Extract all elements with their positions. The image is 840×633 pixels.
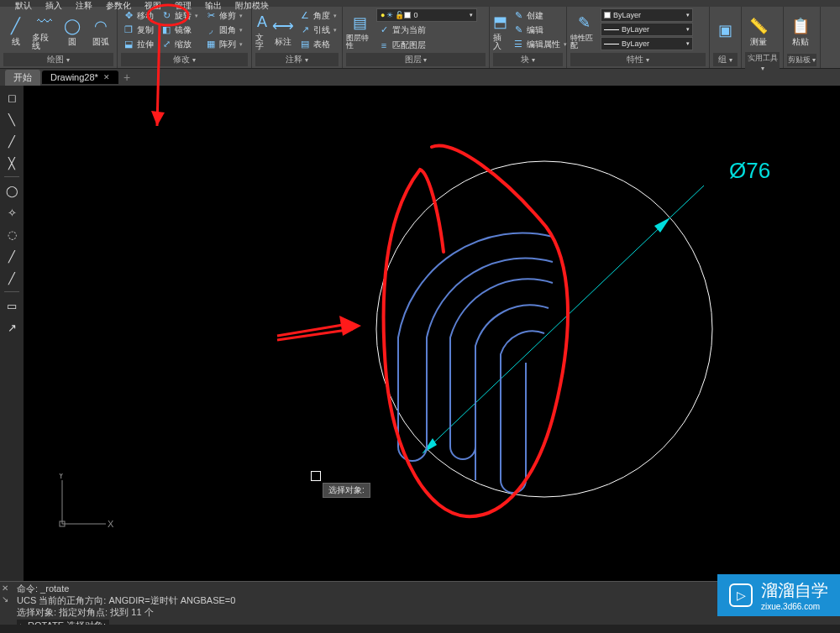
tb-icon[interactable]: ╲ xyxy=(3,111,20,128)
arc-button[interactable]: ◠圆弧 xyxy=(88,8,113,52)
polyline-icon: 〰 xyxy=(37,10,52,34)
panel-group-title[interactable]: 组 xyxy=(713,53,738,66)
tb-icon[interactable]: ◌ xyxy=(3,226,20,243)
line-button[interactable]: ╱线 xyxy=(3,8,29,52)
tb-icon[interactable]: ╱ xyxy=(3,248,20,264)
play-icon: ▷ xyxy=(729,583,753,607)
create-block-button[interactable]: ✎创建 xyxy=(511,8,569,23)
stretch-button[interactable]: ⬓拉伸 xyxy=(121,37,155,51)
mirror-icon: ◧ xyxy=(160,24,172,36)
tb-icon[interactable]: ◻ xyxy=(3,89,20,106)
create-icon: ✎ xyxy=(512,10,524,22)
match-layer-button[interactable]: ≡匹配图层 xyxy=(376,38,477,52)
tb-icon[interactable]: ╳ xyxy=(3,154,20,171)
tab-current-drawing[interactable]: Drawing28*✕ xyxy=(42,71,118,84)
tb-icon[interactable]: ╱ xyxy=(3,269,20,286)
tb-icon[interactable]: ▭ xyxy=(3,297,20,314)
insert-icon: ⬒ xyxy=(493,10,507,34)
drawing-canvas[interactable]: Ø76 Y X xyxy=(24,86,840,584)
panel-clipboard: 📋粘贴 剪贴板 xyxy=(784,7,821,68)
new-tab-button[interactable]: + xyxy=(123,71,130,84)
svg-line-2 xyxy=(670,186,704,217)
panel-props-title[interactable]: 特性 xyxy=(570,53,706,66)
command-line[interactable]: ✕↘ 命令: _rotate UCS 当前的正角方向: ANGDIR=逆时针 A… xyxy=(0,581,840,625)
rotate-button[interactable]: ↻旋转▾ xyxy=(159,8,200,23)
panel-annot-title[interactable]: 注释 xyxy=(255,53,339,66)
chevron-down-icon: ▾ xyxy=(686,12,690,18)
measure-button[interactable]: 📏测量 xyxy=(745,8,772,52)
tab-annotate[interactable]: 注释 xyxy=(69,0,99,7)
tab-insert[interactable]: 插入 xyxy=(39,0,69,7)
group-button[interactable]: ▣ xyxy=(713,8,738,52)
tb-icon[interactable]: ╱ xyxy=(3,133,20,149)
tab-default[interactable]: 默认 xyxy=(8,0,39,7)
move-button[interactable]: ✥移动 xyxy=(121,8,155,23)
cursor-pickbox xyxy=(311,471,321,481)
array-button[interactable]: ▦阵列▾ xyxy=(203,37,244,51)
tab-addons[interactable]: 附加模块 xyxy=(228,0,276,7)
dim-button[interactable]: ⟷标注 xyxy=(272,8,294,52)
panel-modify-title[interactable]: 修改 xyxy=(121,53,248,66)
edit-attr-button[interactable]: ☰编辑属性▾ xyxy=(511,37,569,51)
angle-button[interactable]: ∠角度▾ xyxy=(297,8,339,23)
file-tab-bar: 开始 Drawing28*✕ + xyxy=(0,69,840,86)
cmd-icons[interactable]: ✕↘ xyxy=(2,583,8,604)
layer-props-button[interactable]: ▤图层特性 xyxy=(346,8,373,52)
move-icon: ✥ xyxy=(123,10,134,22)
lineweight-dropdown[interactable]: ByLayer▾ xyxy=(601,23,693,36)
lw-icon xyxy=(604,29,619,30)
tab-manage[interactable]: 管理 xyxy=(168,0,198,7)
line-icon: ╱ xyxy=(11,14,20,38)
layer-dropdown[interactable]: ● ☀ 🔓 0 ▾ xyxy=(376,8,477,22)
color-dropdown[interactable]: ByLayer▾ xyxy=(601,8,693,22)
match-props-button[interactable]: ✎特性匹配 xyxy=(570,8,597,52)
leader-button[interactable]: ↗引线▾ xyxy=(297,23,339,37)
chevron-down-icon: ▾ xyxy=(470,12,473,18)
tb-icon[interactable]: ✧ xyxy=(3,204,20,221)
mirror-button[interactable]: ◧镜像 xyxy=(159,23,200,37)
panel-modify: ✥移动 ❐复制 ⬓拉伸 ↻旋转▾ ◧镜像 ⤢缩放 ✂修剪▾ ◞圆角▾ ▦阵列▾ … xyxy=(118,7,252,68)
leader-icon: ↗ xyxy=(299,24,311,36)
lock-icon: 🔓 xyxy=(395,11,404,19)
sun-icon: ☀ xyxy=(386,11,393,19)
tab-view[interactable]: 视图 xyxy=(138,0,168,7)
ribbon-tab-strip[interactable]: 默认 插入 注释 参数化 视图 管理 输出 附加模块 xyxy=(0,0,840,7)
attr-icon: ☰ xyxy=(512,39,524,50)
set-current-button[interactable]: ✓置为当前 xyxy=(376,23,477,37)
match-props-icon: ✎ xyxy=(578,11,591,34)
fillet-button[interactable]: ◞圆角▾ xyxy=(203,23,244,37)
drawing-svg: Ø76 xyxy=(24,86,840,584)
close-icon[interactable]: ✕ xyxy=(103,73,110,81)
text-button[interactable]: A文字 xyxy=(255,8,269,52)
scale-button[interactable]: ⤢缩放 xyxy=(159,37,200,51)
panel-block-title[interactable]: 块 xyxy=(493,53,563,66)
cmd-history-line: 命令: _rotate xyxy=(17,583,823,595)
tab-start[interactable]: 开始 xyxy=(5,70,40,86)
table-button[interactable]: ▤表格 xyxy=(297,37,339,51)
panel-util-title[interactable]: 实用工具 xyxy=(745,52,780,73)
tab-parametric[interactable]: 参数化 xyxy=(99,0,138,7)
status-bar[interactable] xyxy=(0,625,840,633)
tab-output[interactable]: 输出 xyxy=(198,0,228,7)
copy-button[interactable]: ❐复制 xyxy=(121,23,155,37)
insert-block-button[interactable]: ⬒插入 xyxy=(493,8,507,52)
color-swatch xyxy=(604,12,611,18)
panel-layer: ▤图层特性 ● ☀ 🔓 0 ▾ ✓置为当前 ≡匹配图层 图层 xyxy=(343,7,490,68)
panel-layer-title[interactable]: 图层 xyxy=(346,53,486,66)
dim-icon: ⟷ xyxy=(272,14,294,38)
panel-draw-title[interactable]: 绘图 xyxy=(3,53,113,66)
trim-button[interactable]: ✂修剪▾ xyxy=(203,8,244,23)
linetype-dropdown[interactable]: ByLayer▾ xyxy=(601,37,693,50)
svg-text:X: X xyxy=(108,519,114,529)
measure-icon: 📏 xyxy=(749,14,768,38)
tb-icon[interactable]: ◯ xyxy=(3,182,20,199)
edit-block-button[interactable]: ✎编辑 xyxy=(511,23,569,37)
chevron-down-icon: ▾ xyxy=(686,26,690,33)
arc-icon: ◠ xyxy=(94,14,108,38)
panel-utilities: 📏测量 实用工具 xyxy=(742,7,784,68)
paste-button[interactable]: 📋粘贴 xyxy=(787,8,814,52)
tb-icon[interactable]: ↗ xyxy=(3,319,20,336)
circle-button[interactable]: ◯圆 xyxy=(60,8,86,52)
polyline-button[interactable]: 〰多段线 xyxy=(32,8,57,52)
panel-clip-title[interactable]: 剪贴板 xyxy=(787,54,816,66)
